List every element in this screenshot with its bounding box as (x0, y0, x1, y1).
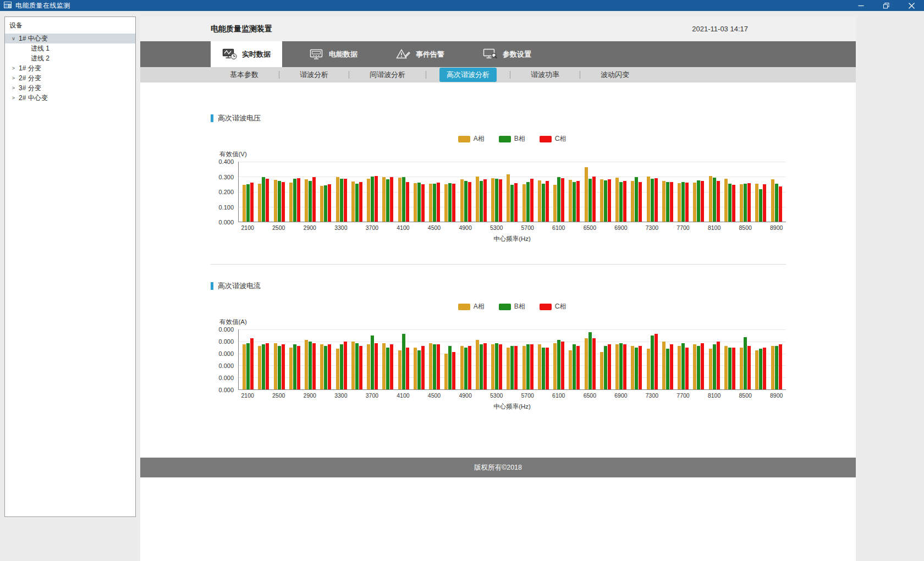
bar (243, 185, 246, 222)
x-tick-label: 7300 (644, 224, 659, 232)
x-tick-label: 4900 (458, 392, 473, 400)
bar-group (411, 162, 427, 222)
tab-energy-data[interactable]: 电能数据 (298, 41, 369, 67)
bar (631, 346, 634, 389)
x-tick-label: 7300 (644, 392, 659, 400)
main-tabbar: 实时数据电能数据事件告警参数设置 (140, 41, 856, 67)
tree-item[interactable]: >1# 分变 (5, 63, 135, 73)
x-tick-label: 6500 (582, 392, 597, 400)
legend-item[interactable]: B相 (499, 302, 525, 311)
x-axis-title: 中心频率(Hz) (238, 235, 786, 243)
bar (476, 177, 479, 222)
bar (585, 338, 588, 389)
collapsed-chevron-icon[interactable]: > (9, 75, 18, 81)
bar (476, 340, 479, 389)
chart-high-harmonic-voltage: 高次谐波电压A相B相C相有效值(V)0.4000.3000.2000.1000.… (211, 113, 786, 243)
x-tick-label: 4500 (426, 224, 442, 232)
subtab-divider (279, 71, 279, 79)
bar-group (613, 329, 629, 389)
bar (402, 177, 405, 222)
subtab-fluctuation-flicker[interactable]: 波动闪变 (593, 68, 636, 82)
bar (701, 343, 704, 389)
tree-item[interactable]: 进线 2 (5, 53, 135, 63)
bar (763, 184, 766, 222)
legend-item[interactable]: A相 (458, 134, 485, 144)
bar-group (598, 329, 613, 389)
tree-item[interactable]: 进线 1 (5, 43, 135, 53)
expanded-chevron-icon[interactable]: ∨ (9, 36, 18, 41)
bar (709, 349, 712, 389)
x-tick-label (753, 224, 768, 232)
bar-group (365, 162, 380, 222)
bar-group (396, 329, 411, 389)
collapsed-chevron-icon[interactable]: > (9, 95, 18, 101)
x-tick-label (691, 224, 706, 232)
bar (740, 348, 743, 389)
tree-item-label: 2# 分变 (19, 74, 41, 83)
y-tick-label: 0.200 (218, 189, 234, 195)
bar-group (660, 162, 675, 222)
bar-group (334, 329, 349, 389)
bar-group (536, 329, 551, 389)
tab-realtime-data[interactable]: 实时数据 (211, 41, 282, 67)
collapsed-chevron-icon[interactable]: > (9, 85, 18, 91)
x-tick-label (349, 392, 364, 400)
y-tick-label: 0.300 (218, 174, 234, 180)
bar (320, 186, 323, 222)
bar (747, 183, 751, 222)
x-tick-label: 8900 (769, 224, 784, 232)
subtab-high-harmonic-analysis[interactable]: 高次谐波分析 (439, 68, 497, 82)
bar-group (302, 162, 318, 222)
subtab-basic-params[interactable]: 基本参数 (223, 68, 266, 82)
x-tick-label: 8100 (706, 392, 722, 400)
bar (569, 350, 572, 389)
x-tick-label (349, 224, 364, 232)
bar (282, 344, 285, 389)
tab-event-alarm[interactable]: 事件告警 (384, 41, 456, 67)
bar (344, 342, 347, 389)
bar (324, 185, 327, 222)
bar (491, 178, 494, 222)
bar-group (272, 329, 287, 389)
bar (246, 343, 250, 389)
subtab-harmonic-power[interactable]: 谐波功率 (524, 68, 566, 82)
subtab-interharmonic-analysis[interactable]: 间谐波分析 (362, 68, 413, 82)
tree-item[interactable]: ∨1# 中心变 (5, 34, 135, 43)
bar (724, 179, 728, 222)
bar (328, 184, 331, 222)
bar (693, 344, 696, 389)
restore-button[interactable] (873, 0, 899, 11)
bar (670, 344, 673, 389)
close-button[interactable] (899, 0, 924, 11)
x-tick-label (473, 224, 488, 232)
tree-item[interactable]: >2# 分变 (5, 73, 135, 83)
legend-item[interactable]: C相 (540, 134, 566, 144)
legend-item[interactable]: C相 (540, 302, 566, 311)
bar (444, 184, 448, 222)
x-tick-label: 3700 (364, 224, 380, 232)
x-tick-label (504, 224, 520, 232)
subtab-harmonic-analysis[interactable]: 谐波分析 (293, 68, 336, 82)
tree-item[interactable]: >2# 中心变 (5, 93, 135, 103)
chart-high-harmonic-current: 高次谐波电流A相B相C相有效值(A)0.0000.0000.0000.0000.… (211, 281, 786, 411)
collapsed-chevron-icon[interactable]: > (9, 65, 18, 71)
bar (615, 178, 619, 222)
bar (546, 348, 549, 389)
bar (452, 352, 455, 389)
bar-group (660, 329, 675, 389)
bar (542, 348, 545, 389)
bar (728, 184, 732, 222)
bar-group (675, 162, 691, 222)
bar (320, 344, 323, 389)
tab-parameter-settings[interactable]: 参数设置 (471, 41, 543, 67)
minimize-button[interactable] (848, 0, 873, 11)
bar-group (645, 162, 660, 222)
tree-item[interactable]: >3# 分变 (5, 83, 135, 93)
legend-item[interactable]: A相 (458, 302, 485, 311)
legend-item[interactable]: B相 (499, 134, 525, 144)
bar (592, 338, 596, 389)
x-tick-label (629, 392, 644, 400)
realtime-icon (222, 48, 237, 60)
x-axis-title: 中心频率(Hz) (238, 403, 786, 411)
bar (266, 343, 269, 389)
